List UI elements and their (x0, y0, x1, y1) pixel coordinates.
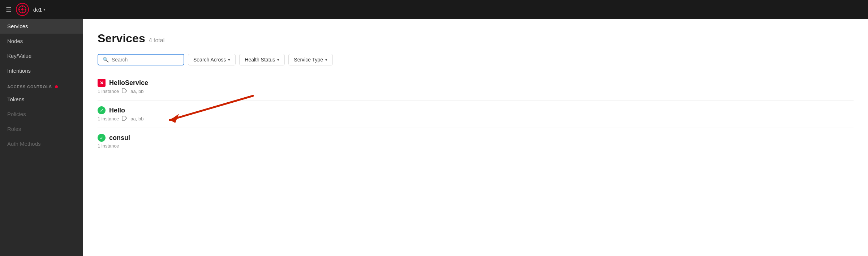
service-name-row: ✓ consul (98, 134, 854, 142)
service-type-chevron-icon: ▾ (325, 57, 327, 62)
service-tags: aa, bb (130, 89, 143, 94)
service-instances: 1 instance (98, 89, 119, 94)
datacenter-selector[interactable]: dc1 ▾ (33, 7, 46, 13)
page-total: 4 total (149, 37, 165, 44)
search-across-button[interactable]: Search Across ▾ (188, 54, 236, 65)
status-error-icon: ✕ (98, 79, 106, 87)
sidebar-item-nodes[interactable]: Nodes (0, 34, 83, 48)
health-status-chevron-icon: ▾ (277, 57, 279, 62)
sidebar-item-policies[interactable]: Policies (0, 107, 83, 121)
access-controls-label: ACCESS CONTROLS (7, 85, 52, 89)
page-title: Services (98, 32, 145, 45)
service-meta: 1 instance (98, 143, 854, 149)
filters-row: 🔍 Search Across ▾ Health Status ▾ Servic… (98, 54, 854, 65)
main-content: Services 4 total 🔍 Search Across ▾ Healt… (83, 19, 868, 256)
service-name-row: ✕ HelloService (98, 79, 854, 87)
service-name: Hello (109, 107, 125, 114)
sidebar-item-roles[interactable]: Roles (0, 121, 83, 136)
tag-icon (122, 116, 128, 122)
consul-logo (16, 3, 29, 16)
tag-icon (122, 88, 128, 94)
datacenter-label: dc1 (33, 7, 42, 13)
health-status-button[interactable]: Health Status ▾ (239, 54, 285, 65)
status-ok-icon: ✓ (98, 106, 106, 114)
service-name-row: ✓ Hello (98, 106, 854, 114)
service-type-button[interactable]: Service Type ▾ (288, 54, 333, 65)
topnav: ☰ dc1 ▾ (0, 0, 868, 19)
svg-point-1 (21, 8, 23, 10)
sidebar-item-auth-methods[interactable]: Auth Methods (0, 136, 83, 151)
sidebar-item-keyvalue[interactable]: Key/Value (0, 48, 83, 63)
service-tags: aa, bb (130, 116, 143, 121)
sidebar-item-intentions[interactable]: Intentions (0, 63, 83, 78)
service-meta: 1 instance aa, bb (98, 116, 854, 122)
search-input[interactable] (112, 57, 179, 63)
search-across-chevron-icon: ▾ (228, 57, 230, 62)
page-title-row: Services 4 total (98, 32, 854, 45)
datacenter-chevron-icon: ▾ (43, 7, 46, 12)
service-row[interactable]: ✓ consul 1 instance (98, 128, 854, 154)
app-layout: Services Nodes Key/Value Intentions ACCE… (0, 19, 868, 256)
service-meta: 1 instance aa, bb (98, 88, 854, 94)
hamburger-icon[interactable]: ☰ (6, 5, 12, 13)
status-ok-icon: ✓ (98, 134, 106, 142)
service-row[interactable]: ✓ Hello 1 instance aa, bb (98, 100, 854, 128)
service-instances: 1 instance (98, 116, 119, 121)
search-box[interactable]: 🔍 (98, 54, 184, 65)
service-list: ✕ HelloService 1 instance aa, bb ✓ (98, 73, 854, 154)
service-name: consul (109, 134, 130, 142)
search-icon: 🔍 (103, 57, 109, 63)
sidebar-item-services[interactable]: Services (0, 19, 83, 34)
service-row[interactable]: ✕ HelloService 1 instance aa, bb (98, 73, 854, 100)
sidebar-item-tokens[interactable]: Tokens (0, 92, 83, 107)
sidebar: Services Nodes Key/Value Intentions ACCE… (0, 19, 83, 256)
service-name: HelloService (109, 79, 148, 87)
service-instances: 1 instance (98, 143, 119, 149)
access-controls-section: ACCESS CONTROLS (0, 78, 83, 92)
access-controls-dot (55, 85, 58, 88)
